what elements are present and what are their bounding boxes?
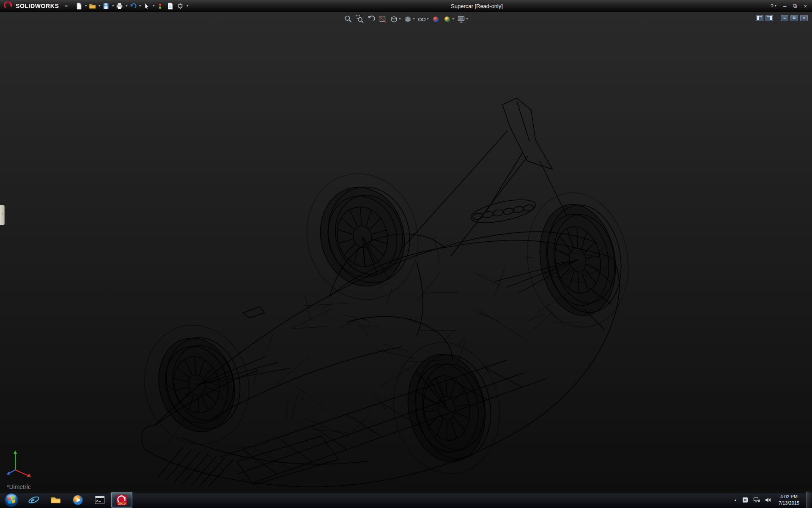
- doc-minimize-button[interactable]: –: [781, 15, 788, 21]
- view-orientation-button[interactable]: ▾: [389, 14, 401, 24]
- doc-close-button[interactable]: ×: [800, 15, 808, 21]
- file-properties-icon: [167, 3, 174, 10]
- internet-explorer-icon: e: [28, 494, 40, 506]
- previous-view-icon: [367, 15, 375, 23]
- view-settings-caret[interactable]: ▾: [466, 17, 468, 21]
- svg-text:e: e: [31, 495, 35, 505]
- undo-button[interactable]: [129, 2, 137, 11]
- app-name: SOLIDWORKS: [16, 3, 59, 9]
- window-controls: ?▾ – ⧉ ×: [765, 3, 812, 9]
- volume-icon[interactable]: [765, 497, 771, 503]
- options-button[interactable]: [176, 2, 185, 11]
- document-window-controls: – ⧉ ×: [756, 15, 808, 21]
- taskbar: e: [0, 491, 812, 508]
- zoom-to-area-button[interactable]: [355, 14, 364, 24]
- headsup-view-toolbar: ▾ ▾ ▾ ▾ ▾: [341, 14, 471, 25]
- view-settings-button[interactable]: ▾: [457, 14, 469, 24]
- display-style-caret[interactable]: ▾: [413, 17, 414, 21]
- new-caret[interactable]: ▾: [85, 4, 87, 8]
- network-icon[interactable]: [753, 497, 760, 503]
- titlebar: SOLIDWORKS » ▾ ▾ ▾ ▾ ▾ ▾: [0, 0, 812, 12]
- clock-time: 4:02 PM: [779, 494, 799, 500]
- sw-version-badge: 2015: [118, 502, 126, 505]
- command-prompt-icon: [94, 494, 106, 506]
- start-orb-icon: [4, 492, 19, 508]
- show-display-pane-button[interactable]: [765, 15, 773, 21]
- new-document-button[interactable]: [74, 2, 83, 11]
- apply-scene-caret[interactable]: ▾: [453, 17, 454, 21]
- zoom-to-fit-icon: [344, 15, 352, 23]
- view-orientation-label: *Dimetric: [7, 483, 31, 490]
- hide-show-items-button[interactable]: ▾: [417, 14, 429, 24]
- taskbar-item-internet-explorer[interactable]: e: [23, 492, 44, 508]
- open-folder-icon: [89, 3, 96, 10]
- edit-appearance-ball-icon: [432, 15, 440, 23]
- close-button[interactable]: ×: [804, 3, 807, 9]
- view-orientation-cube-icon: [390, 15, 398, 23]
- section-view-button[interactable]: [378, 14, 387, 24]
- display-style-cube-icon: [403, 15, 412, 23]
- folder-icon: [50, 494, 62, 506]
- save-icon: [102, 3, 110, 10]
- select-button[interactable]: [142, 2, 151, 11]
- show-hidden-icons-button[interactable]: ▴: [734, 498, 738, 502]
- zoom-to-area-icon: [355, 15, 364, 23]
- menu-expand-arrow[interactable]: »: [62, 3, 70, 9]
- edit-appearance-button[interactable]: [431, 14, 441, 24]
- apply-scene-ball-icon: [443, 15, 452, 23]
- solidworks-logo-icon: [4, 2, 13, 10]
- zoom-to-fit-button[interactable]: [343, 14, 353, 24]
- taskbar-item-solidworks-2015[interactable]: 2015: [111, 492, 132, 508]
- undo-caret[interactable]: ▾: [139, 4, 141, 8]
- apply-scene-button[interactable]: ▾: [443, 14, 455, 24]
- undo-icon: [129, 3, 137, 10]
- hide-show-caret[interactable]: ▾: [427, 17, 428, 21]
- rebuild-button[interactable]: [156, 2, 165, 11]
- display-pane-icon: [767, 16, 772, 20]
- show-feature-pane-button[interactable]: [756, 15, 763, 21]
- hide-show-glasses-icon: [417, 15, 426, 23]
- section-view-icon: [378, 15, 387, 23]
- reference-triad: [5, 446, 39, 479]
- print-icon: [116, 3, 123, 10]
- handle-dots: ⋮: [0, 214, 4, 216]
- feature-panel-handle[interactable]: ⋮: [0, 205, 5, 225]
- open-button[interactable]: [88, 2, 97, 11]
- rebuild-icon: [156, 3, 164, 10]
- tray-app-icon[interactable]: [742, 497, 749, 503]
- options-gear-icon: [177, 3, 184, 10]
- save-caret[interactable]: ▾: [112, 4, 114, 8]
- select-cursor-icon: [143, 3, 150, 10]
- taskbar-item-media-player[interactable]: [67, 492, 88, 508]
- maximize-button[interactable]: ⧉: [793, 3, 797, 9]
- solidworks-logo: SOLIDWORKS: [0, 0, 62, 12]
- document-title: Supercar [Read-only]: [188, 3, 765, 9]
- minimize-button[interactable]: –: [783, 3, 786, 9]
- taskbar-item-command-prompt[interactable]: [89, 492, 110, 508]
- graphics-viewport[interactable]: ▾ ▾ ▾ ▾ ▾: [0, 12, 812, 491]
- system-tray: ▴ 4:02 PM 7/13/2015: [734, 491, 812, 508]
- quick-access-toolbar: ▾ ▾ ▾ ▾ ▾ ▾ ▾: [74, 2, 188, 11]
- taskbar-item-windows-explorer[interactable]: [45, 492, 66, 508]
- show-desktop-button[interactable]: [807, 491, 811, 508]
- select-caret[interactable]: ▾: [153, 4, 154, 8]
- feature-pane-icon: [757, 16, 762, 20]
- open-caret[interactable]: ▾: [99, 4, 100, 8]
- start-button[interactable]: [0, 491, 23, 508]
- view-orientation-caret[interactable]: ▾: [399, 17, 401, 21]
- taskbar-clock[interactable]: 4:02 PM 7/13/2015: [776, 494, 802, 506]
- print-caret[interactable]: ▾: [126, 4, 127, 8]
- help-button[interactable]: ?▾: [771, 3, 776, 9]
- print-button[interactable]: [115, 2, 124, 11]
- file-properties-button[interactable]: [166, 2, 175, 11]
- save-button[interactable]: [102, 2, 110, 11]
- view-settings-icon: [457, 15, 466, 23]
- previous-view-button[interactable]: [366, 14, 376, 24]
- media-player-icon: [72, 494, 84, 506]
- display-style-button[interactable]: ▾: [403, 14, 415, 24]
- solidworks-window: SOLIDWORKS » ▾ ▾ ▾ ▾ ▾ ▾: [0, 0, 812, 508]
- doc-restore-button[interactable]: ⧉: [790, 15, 798, 21]
- clock-date: 7/13/2015: [779, 500, 799, 506]
- car-wireframe: [0, 12, 812, 491]
- new-document-icon: [75, 3, 82, 10]
